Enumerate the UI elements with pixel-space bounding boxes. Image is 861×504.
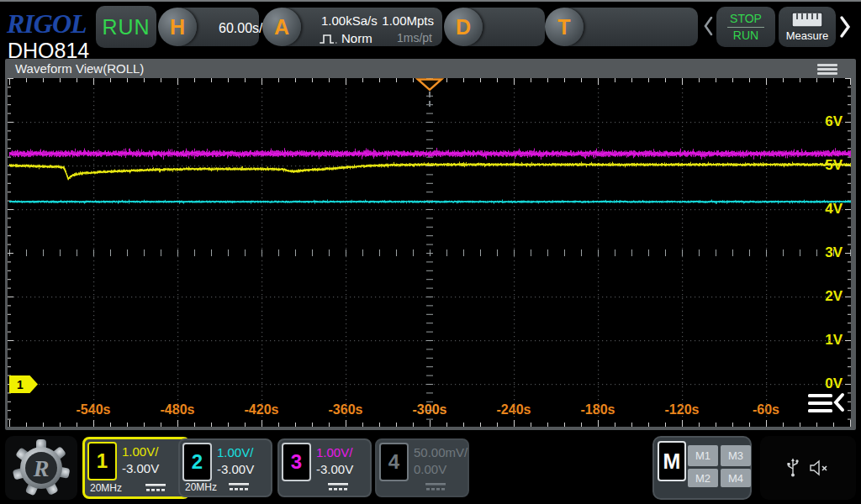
memory-depth-value: 1.00Mpts [382, 13, 434, 28]
rigol-gear-icon: R [11, 438, 71, 498]
trigger-marker-icon[interactable] [415, 78, 444, 112]
channel-1-box[interactable]: 1 1.00V/ -3.00V 20MHz [82, 437, 190, 499]
measure-button[interactable]: Measure [779, 7, 836, 47]
prev-chevron-icon[interactable] [702, 15, 714, 37]
rigol-logo: RIGOL [7, 8, 87, 39]
ruler-icon [791, 12, 823, 28]
math-m1-button[interactable]: M1 [688, 445, 718, 466]
run-state-button[interactable]: RUN [96, 6, 156, 48]
math-m3-button[interactable]: M3 [721, 445, 751, 466]
plot-area[interactable]: 1 -540s-480s-420s-360s-300s-240s-180s-12… [8, 78, 851, 427]
oscilloscope-screen: RIGOL DHO814 RUN 60.00s/ H 1.00kSa/s Nor… [0, 0, 861, 504]
top-edge-line [0, 0, 861, 2]
channel-2-scale: 1.00V/ [217, 445, 253, 459]
trigger-mode-value: Norm [341, 31, 372, 45]
stop-run-button[interactable]: STOP RUN [716, 7, 775, 47]
trigger-button[interactable]: T [545, 6, 698, 48]
measure-label: Measure [786, 29, 829, 42]
panel-title: Waveform View(ROLL) [15, 61, 144, 76]
trigger-circle[interactable]: T [545, 8, 584, 46]
channel-4-badge: 4 [379, 443, 409, 481]
waveform-canvas[interactable] [8, 78, 851, 427]
rigol-gear-logo[interactable]: R [5, 436, 77, 500]
stop-label: STOP [730, 12, 762, 26]
channel-2-badge: 2 [182, 443, 212, 481]
channel-1-badge: 1 [87, 442, 117, 480]
acquire-button[interactable]: 1.00kSa/s Norm 1.00Mpts 1ms/pt A [262, 6, 442, 48]
channel-4-scale: 50.00mV/ [414, 445, 467, 459]
run-label: RUN [733, 29, 758, 43]
svg-text:R: R [33, 455, 50, 481]
acquire-circle[interactable]: A [262, 8, 301, 46]
math-m2-button[interactable]: M2 [688, 469, 718, 487]
menu-collapse-icon[interactable] [806, 392, 845, 416]
waveform-view-panel: Waveform View(ROLL) 1 -540s-480s-420s-36… [5, 59, 856, 430]
math-badge: M [658, 441, 686, 481]
next-chevron-icon[interactable] [838, 15, 852, 39]
model-label: DHO814 [8, 39, 89, 63]
stop-run-divider [727, 27, 764, 28]
math-buttons: M1 M2 M3 M4 [688, 445, 751, 487]
dc-coupling-icon [328, 482, 348, 491]
channel-2-bandwidth: 20MHz [185, 481, 217, 493]
sample-rate-value: 1.00kSa/s [321, 13, 378, 28]
channel-1-scale: 1.00V/ [122, 444, 158, 459]
time-per-point-value: 1ms/pt [397, 31, 432, 45]
decode-circle[interactable]: D [444, 8, 483, 46]
horizontal-button[interactable]: 60.00s/ H [158, 6, 259, 48]
channel-2-offset: -3.00V [217, 462, 254, 476]
channel-3-badge: 3 [282, 443, 311, 481]
math-box[interactable]: M M1 M2 M3 M4 [652, 436, 752, 500]
math-m4-button[interactable]: M4 [721, 469, 751, 487]
speaker-muted-icon[interactable] [810, 459, 830, 476]
horizontal-circle[interactable]: H [158, 8, 197, 46]
channel-4-box[interactable]: 4 50.00mV/ 0.00V [375, 438, 469, 497]
channel-3-offset: -3.00V [316, 462, 353, 476]
channel-3-scale: 1.00V/ [316, 445, 352, 459]
hamburger-icon[interactable] [817, 64, 837, 75]
dc-coupling-icon [425, 482, 446, 491]
status-box [760, 436, 856, 500]
dc-coupling-icon [229, 482, 249, 491]
channel-1-offset: -3.00V [122, 461, 159, 475]
dc-coupling-icon [145, 483, 166, 492]
timebase-value: 60.00s/ [219, 21, 262, 36]
pulse-icon [320, 32, 338, 45]
channel-3-box[interactable]: 3 1.00V/ -3.00V [277, 438, 372, 497]
decode-button[interactable]: D [444, 6, 545, 48]
channel-4-offset: 0.00V [414, 462, 446, 476]
usb-icon[interactable] [786, 458, 800, 478]
channel-2-box[interactable]: 2 1.00V/ -3.00V 20MHz [178, 438, 272, 497]
channel-1-bandwidth: 20MHz [90, 482, 122, 494]
